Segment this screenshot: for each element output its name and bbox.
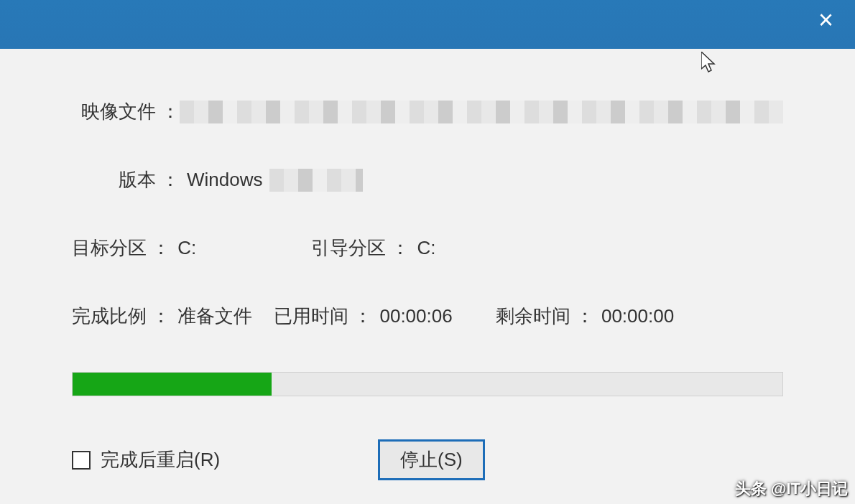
- progress-info-row: 完成比例 ： 准备文件 已用时间 ： 00:00:06 剩余时间 ： 00:00…: [72, 304, 783, 329]
- image-file-value-redacted: [180, 101, 783, 123]
- progress-bar-row: [72, 372, 783, 396]
- main-content: 映像文件 ： 版本 ： Windows 目标分区 ： C: 引导分区 ： C: …: [0, 49, 855, 480]
- image-file-row: 映像文件 ：: [72, 99, 783, 124]
- boot-partition-group: 引导分区 ： C:: [311, 235, 435, 261]
- bottom-controls: 完成后重启(R) 停止(S): [72, 439, 783, 480]
- version-value: Windows: [187, 169, 262, 191]
- close-icon[interactable]: ×: [811, 7, 841, 33]
- progress-status: 准备文件: [177, 304, 252, 329]
- progress-label: 完成比例 ：: [72, 304, 170, 329]
- watermark: 头条 @IT小日记: [735, 478, 848, 500]
- version-label: 版本 ：: [115, 167, 180, 192]
- remaining-group: 剩余时间 ： 00:00:00: [496, 304, 674, 329]
- restart-checkbox[interactable]: [72, 451, 91, 470]
- progress-fill: [73, 373, 272, 396]
- elapsed-value: 00:00:06: [379, 305, 452, 327]
- progress-ratio-group: 完成比例 ： 准备文件: [72, 304, 252, 329]
- restart-checkbox-label: 完成后重启(R): [101, 447, 220, 472]
- restart-checkbox-wrap[interactable]: 完成后重启(R): [72, 447, 220, 472]
- version-value-redacted: [269, 169, 363, 192]
- title-bar: ×: [0, 0, 855, 49]
- target-partition-value: C:: [177, 237, 196, 259]
- image-file-label: 映像文件 ：: [72, 99, 180, 124]
- elapsed-group: 已用时间 ： 00:00:06: [274, 304, 452, 329]
- progress-bar: [72, 372, 783, 396]
- target-partition-group: 目标分区 ： C:: [72, 235, 196, 261]
- boot-partition-value: C:: [417, 237, 435, 259]
- stop-button[interactable]: 停止(S): [378, 439, 485, 480]
- target-partition-label: 目标分区 ：: [72, 235, 170, 261]
- remaining-value: 00:00:00: [601, 305, 674, 327]
- remaining-label: 剩余时间 ：: [496, 304, 594, 329]
- boot-partition-label: 引导分区 ：: [311, 235, 410, 261]
- version-row: 版本 ： Windows: [72, 167, 783, 192]
- elapsed-label: 已用时间 ：: [274, 304, 372, 329]
- partition-row: 目标分区 ： C: 引导分区 ： C:: [72, 235, 783, 261]
